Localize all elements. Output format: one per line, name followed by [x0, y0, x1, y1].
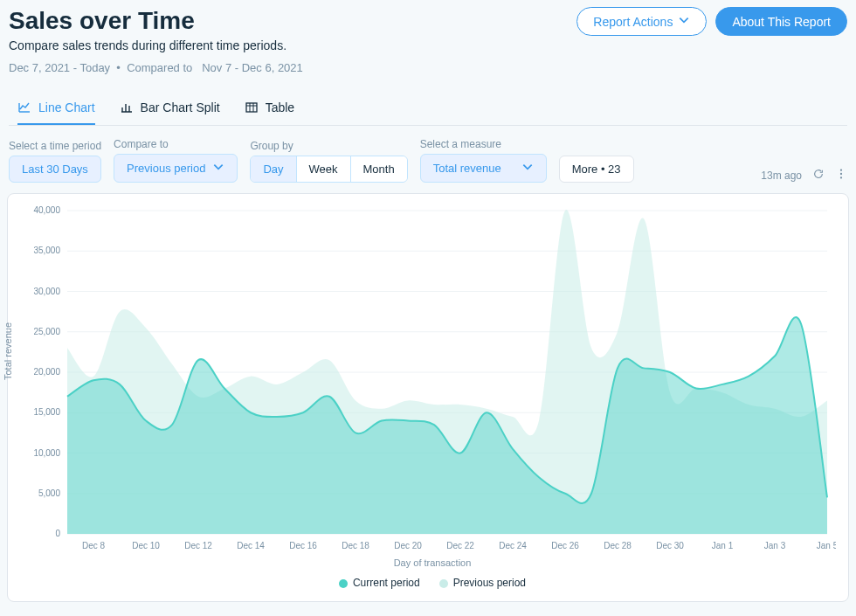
svg-text:15,000: 15,000: [33, 407, 60, 417]
svg-point-1: [840, 169, 842, 170]
svg-text:Dec 20: Dec 20: [394, 541, 422, 550]
svg-text:25,000: 25,000: [33, 327, 60, 336]
svg-text:10,000: 10,000: [33, 448, 60, 458]
svg-text:20,000: 20,000: [33, 367, 60, 377]
compare-to-select[interactable]: Previous period: [114, 154, 238, 183]
svg-text:Jan 3: Jan 3: [764, 541, 786, 550]
chart-card: Total revenue 05,00010,00015,00020,00025…: [7, 193, 849, 602]
compare-to-label: Compare to: [114, 138, 238, 150]
about-report-button[interactable]: About This Report: [715, 7, 847, 36]
tab-table[interactable]: Table: [245, 93, 294, 125]
svg-text:40,000: 40,000: [33, 206, 60, 215]
date-range-line: Dec 7, 2021 - Today • Compared to Nov 7 …: [9, 61, 303, 74]
chevron-down-icon: [521, 161, 534, 176]
line-chart-icon: [17, 100, 31, 114]
group-by-day[interactable]: Day: [251, 156, 296, 182]
page-title: Sales over Time: [9, 7, 303, 35]
report-actions-button[interactable]: Report Actions: [576, 7, 707, 36]
svg-text:Dec 24: Dec 24: [499, 541, 527, 550]
svg-rect-0: [246, 103, 257, 112]
svg-text:Dec 14: Dec 14: [237, 541, 265, 550]
group-by-week[interactable]: Week: [297, 156, 351, 182]
chevron-down-icon: [678, 14, 690, 29]
more-filters-button[interactable]: More • 23: [559, 156, 634, 183]
svg-text:Dec 26: Dec 26: [551, 541, 579, 550]
svg-text:Dec 18: Dec 18: [342, 541, 369, 550]
group-by-month[interactable]: Month: [351, 156, 407, 182]
svg-text:5,000: 5,000: [38, 488, 60, 498]
bar-chart-icon: [120, 100, 134, 114]
legend-previous: Previous period: [439, 577, 526, 589]
measure-label: Select a measure: [420, 138, 547, 150]
group-by-segmented[interactable]: Day Week Month: [250, 156, 407, 183]
svg-text:30,000: 30,000: [33, 287, 60, 296]
tab-bar-chart[interactable]: Bar Chart Split: [120, 93, 220, 125]
time-period-label: Select a time period: [9, 140, 101, 152]
svg-text:Dec 30: Dec 30: [656, 541, 684, 550]
page-subtitle: Compare sales trends during different ti…: [9, 38, 303, 52]
svg-text:Dec 28: Dec 28: [604, 541, 632, 550]
chevron-down-icon: [212, 161, 224, 176]
last-updated: 13m ago: [761, 170, 802, 182]
svg-point-2: [840, 173, 842, 175]
svg-text:Dec 22: Dec 22: [446, 541, 474, 550]
svg-text:Dec 16: Dec 16: [289, 541, 317, 550]
chart-area: 05,00010,00015,00020,00025,00030,00035,0…: [24, 206, 841, 556]
svg-point-3: [840, 176, 842, 178]
x-axis-label: Day of transaction: [24, 557, 841, 568]
legend-current: Current period: [339, 577, 420, 589]
group-by-label: Group by: [250, 140, 407, 152]
svg-text:Jan 5: Jan 5: [817, 541, 836, 550]
kebab-menu-icon[interactable]: [835, 168, 847, 183]
svg-text:Dec 8: Dec 8: [82, 541, 106, 550]
svg-text:Jan 1: Jan 1: [712, 541, 734, 550]
measure-select[interactable]: Total revenue: [420, 154, 547, 183]
time-period-select[interactable]: Last 30 Days: [9, 156, 101, 183]
tab-line-chart[interactable]: Line Chart: [17, 93, 95, 125]
table-icon: [245, 100, 259, 114]
svg-text:Dec 10: Dec 10: [132, 541, 160, 550]
svg-text:35,000: 35,000: [33, 246, 60, 255]
y-axis-label: Total revenue: [3, 322, 13, 380]
refresh-icon[interactable]: [812, 168, 825, 183]
svg-text:0: 0: [55, 529, 60, 538]
svg-text:Dec 12: Dec 12: [184, 541, 212, 550]
chart-legend: Current period Previous period: [24, 577, 841, 589]
